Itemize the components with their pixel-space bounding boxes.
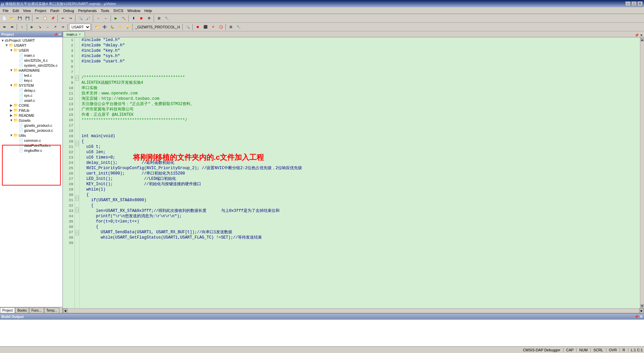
build-button[interactable]: ▶ (112, 15, 120, 22)
tree-user[interactable]: ▼ 📁 USER (0, 48, 62, 53)
tree-sys-c[interactable]: 📄 sys.c (0, 93, 62, 98)
menu-svcs[interactable]: SVCS (111, 7, 125, 14)
indent-button[interactable]: → (95, 15, 102, 22)
new-file-button[interactable]: 📄 (1, 15, 8, 22)
next-button[interactable]: ➡ (8, 23, 16, 31)
clear-bp-button[interactable]: ✕ (209, 23, 217, 31)
build-pin-icon[interactable]: 📌 (634, 315, 639, 319)
right-scrollbar[interactable]: ▲ ▼ (640, 37, 644, 308)
search-button[interactable]: 🔍 (77, 15, 84, 22)
undo-button[interactable]: ↩ (59, 15, 66, 22)
toggle-system[interactable]: ▼ (9, 83, 13, 87)
target-selector[interactable]: USART (69, 24, 91, 30)
options-button[interactable]: ⚙ (145, 15, 153, 22)
tree-gizwits-protocol[interactable]: 📄 gizwits_protocol.c (0, 128, 62, 133)
paste-button[interactable]: 📌 (49, 15, 56, 22)
fold-32[interactable]: □ (75, 208, 79, 213)
stop-button[interactable]: ⏹ (138, 15, 145, 22)
tree-ringbuffer-c[interactable]: 📄 ringbuffer.c (0, 148, 62, 153)
tree-core[interactable]: ▶ 📁 CORE (0, 103, 62, 108)
debug-toggle-button[interactable]: 🐛 (109, 23, 116, 31)
minimize-button[interactable]: ─ (625, 1, 631, 6)
toggle-user[interactable]: ▼ (9, 48, 13, 52)
download-button[interactable]: ⬇ (130, 15, 137, 22)
tree-datapoint-c[interactable]: 📄 dataPointTools.c (0, 143, 62, 148)
build-close-icon[interactable]: ✕ (640, 315, 643, 319)
tree-common-c[interactable]: 📄 common.c (0, 138, 62, 143)
menu-window[interactable]: Window (125, 7, 142, 14)
run-button[interactable]: ▶ (28, 23, 36, 31)
panel-close-icon[interactable]: ✕ (58, 33, 61, 36)
hscroll-left-btn[interactable]: ◀ (63, 309, 67, 313)
tree-fwlib[interactable]: ▶ 📁 FWLib (0, 108, 62, 113)
tree-key-c[interactable]: 📄 key.c (0, 78, 62, 83)
scroll-up-btn[interactable]: ▲ (641, 38, 644, 41)
editor-tab-main-c[interactable]: main.c ✕ (63, 31, 85, 37)
outdent-button[interactable]: ← (102, 15, 110, 22)
open-proj-button[interactable]: 📂 (93, 23, 101, 31)
save-all-button[interactable]: 💾 (24, 15, 31, 22)
copy-button[interactable]: 📋 (41, 15, 49, 22)
scroll-down-btn[interactable]: ▼ (641, 304, 644, 308)
editor-hscrollbar[interactable]: ◀ ▶ (63, 308, 644, 313)
fold-36[interactable]: □ (75, 230, 79, 236)
rebuild-button[interactable]: 🔨 (120, 15, 127, 22)
settings-button[interactable]: 🔧 (163, 15, 170, 22)
flash-btn[interactable]: ⚡ (116, 23, 124, 31)
tree-led-c[interactable]: 📄 led.c (0, 73, 62, 78)
tab-books[interactable]: Books (15, 308, 29, 313)
menu-view[interactable]: View (21, 7, 33, 14)
cut-button[interactable]: ✂ (34, 15, 41, 22)
toggle-hardware[interactable]: ▼ (9, 68, 13, 72)
tree-stm32-it-c[interactable]: 📄 stm32f10x_it.c (0, 58, 62, 63)
toggle-utils[interactable]: ▼ (9, 133, 13, 137)
code-content[interactable]: #include "led.h" #include "delay.h" #inc… (79, 37, 640, 308)
fold-20[interactable]: □ (75, 141, 79, 146)
redo-button[interactable]: ↪ (67, 15, 74, 22)
tree-gizwits[interactable]: ▼ 📁 Gizwits (0, 118, 62, 123)
maximize-button[interactable]: □ (631, 1, 637, 6)
tab-func[interactable]: Func... (29, 308, 44, 313)
tree-system-c[interactable]: 📄 system_stm32f10x.c (0, 63, 62, 68)
step-into-button[interactable]: ↘ (36, 23, 43, 31)
toggle-core[interactable]: ▶ (9, 103, 13, 107)
toggle-readme[interactable]: ▶ (9, 113, 13, 117)
hscroll-right-btn[interactable]: ▶ (639, 309, 644, 313)
grid-button[interactable]: ⊞ (155, 15, 163, 22)
menu-debug[interactable]: Debug (61, 7, 76, 14)
menu-help[interactable]: Help (142, 7, 154, 14)
tree-utils[interactable]: ▼ 📁 Utils (0, 133, 62, 138)
close-button[interactable]: ✕ (637, 1, 643, 6)
toggle-usart[interactable]: ▼ (5, 43, 9, 47)
menu-flash[interactable]: Flash (48, 7, 61, 14)
tree-usart[interactable]: ▼ 📁 USART (0, 43, 62, 48)
menu-project[interactable]: Project (33, 7, 48, 14)
disable-bp-button[interactable]: 🚫 (217, 23, 224, 31)
fold-8[interactable]: □ (75, 75, 79, 81)
tree-system[interactable]: ▼ 📁 SYSTEM (0, 83, 62, 88)
menu-file[interactable]: File (1, 7, 11, 14)
view-wrench-button[interactable]: 🔧 (235, 23, 242, 31)
add-group-button[interactable]: ➕ (101, 23, 108, 31)
panel-pin-icon[interactable]: 📌 (54, 33, 58, 36)
stop-debug-button[interactable]: ⏺ (194, 23, 201, 31)
toggle-gizwits[interactable]: ▼ (9, 118, 13, 122)
tab-temp[interactable]: Temp... (44, 308, 60, 313)
search-db-button[interactable]: 🔍 (184, 23, 191, 31)
toggle-project[interactable]: ▼ (1, 39, 5, 42)
tree-readme[interactable]: ▶ 📁 README (0, 113, 62, 118)
flash2-btn[interactable]: 💡 (124, 23, 131, 31)
editor-tab-close[interactable]: ✕ (78, 33, 81, 36)
find-button[interactable]: 🔎 (85, 15, 92, 22)
close-editor-icon[interactable]: ✕ (640, 33, 643, 37)
breakpoint-button[interactable]: ⬛ (202, 23, 209, 31)
tree-main-c[interactable]: 📄 main.c (0, 53, 62, 58)
tree-usart-c[interactable]: 📄 usart.c (0, 98, 62, 103)
prev-button[interactable]: ⬅ (1, 23, 8, 31)
menu-tools[interactable]: Tools (99, 7, 112, 14)
tab-project[interactable]: Project (0, 308, 15, 313)
step-over-button[interactable]: → (44, 23, 51, 31)
tree-gizwits-product[interactable]: 📄 gizwits_product.c (0, 123, 62, 128)
menu-peripherals[interactable]: Peripherals (76, 7, 99, 14)
save-button[interactable]: 💾 (16, 15, 23, 22)
